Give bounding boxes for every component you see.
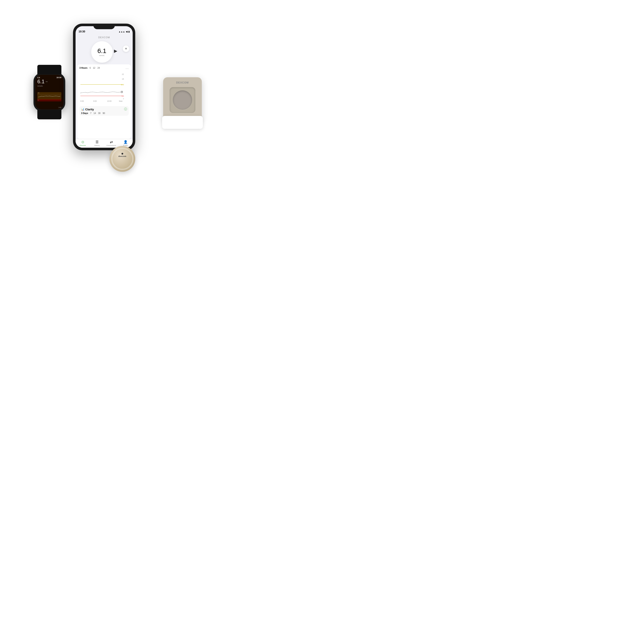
chart-tab-24[interactable]: 24 <box>97 67 100 69</box>
sensor-brand: dexcom <box>118 155 126 157</box>
glucose-reading-area: 6.1 mmol/L ▶ <box>76 39 133 64</box>
watch-time-label: 1HR <box>37 107 61 108</box>
connections-tab-icon: ⇄ <box>110 140 113 144</box>
svg-text:11: 11 <box>38 92 39 94</box>
watch-graph: 11 1 <box>37 87 61 106</box>
clarity-tab-14[interactable]: 14 <box>94 112 96 114</box>
watch-band-top <box>37 65 61 74</box>
tab-profile[interactable]: 👤 Profile <box>118 140 133 146</box>
tab-history[interactable]: ☰ History <box>90 140 104 146</box>
signal-icon: ▲▲▲ <box>118 30 125 33</box>
watch-glucose-value: 6.1 <box>37 79 44 84</box>
glucose-unit: mmol/L <box>99 55 105 56</box>
svg-text:2: 2 <box>123 98 124 100</box>
glucose-tab-icon: ⊙ <box>81 140 84 144</box>
svg-text:Now: Now <box>119 100 123 102</box>
svg-text:9:00: 9:00 <box>93 100 97 102</box>
svg-text:22: 22 <box>122 73 124 75</box>
chart-tabs: 3 Hours 6 12 24 ... <box>79 66 129 70</box>
watch-glucose-unit: mmol/L <box>37 85 61 87</box>
sensor-logo: dexcom <box>109 153 135 157</box>
glucose-value: 6.1 <box>97 48 106 54</box>
receiver-device: Dexcom <box>161 77 204 129</box>
history-tab-icon: ☰ <box>96 140 99 144</box>
glucose-circle: 6.1 mmol/L <box>91 41 113 63</box>
tab-glucose[interactable]: ⊙ Glucose <box>76 140 90 146</box>
phone-screen: DEXCOM + 6.1 mmol/L ▶ 3 Hours 6 12 <box>76 35 133 148</box>
receiver-brand: Dexcom <box>176 81 189 84</box>
chart-tab-6[interactable]: 6 <box>90 67 91 69</box>
svg-text:18: 18 <box>122 78 124 80</box>
status-icons: ▲▲▲ ◀ ▮ <box>118 30 130 33</box>
clarity-header: 📊 Clarity ⓘ <box>81 107 127 111</box>
svg-rect-0 <box>37 92 61 100</box>
sensor-ring <box>111 148 134 170</box>
phone-notch <box>93 24 115 29</box>
scene: Liz 10:30 6.1 → mmol/L <box>17 17 210 210</box>
watch-user-name: Liz <box>37 76 40 79</box>
svg-text:13.9: 13.9 <box>121 84 124 86</box>
receiver-main-body: Dexcom <box>163 77 202 120</box>
svg-text:10:00: 10:00 <box>107 100 112 102</box>
app-title: DEXCOM <box>76 35 133 39</box>
glucose-chart: 22 18 13.9 3.9 2 <box>79 71 129 105</box>
watch-time: 10:30 <box>56 76 61 79</box>
chart-tab-12[interactable]: 12 <box>93 67 95 69</box>
tab-connections[interactable]: ⇄ Connections <box>104 140 118 146</box>
svg-rect-1 <box>37 99 61 101</box>
trend-arrow: ▶ <box>114 48 117 53</box>
clarity-bars-icon: 📊 <box>81 108 84 111</box>
phone: 10:30 ▲▲▲ ◀ ▮ DEXCOM + 6.1 mmol/L ▶ <box>73 24 135 150</box>
apple-watch: Liz 10:30 6.1 → mmol/L <box>30 73 69 118</box>
chart-more-button[interactable]: ... <box>126 66 129 70</box>
watch-trend-arrow: → <box>45 80 48 83</box>
svg-text:1: 1 <box>38 99 39 101</box>
receiver-dock <box>162 116 203 129</box>
clarity-tabs: 3 Days 7 14 30 90 <box>81 112 127 114</box>
svg-text:3.9: 3.9 <box>122 95 124 97</box>
glucose-tab-label: Glucose <box>80 144 86 146</box>
sensor-body: dexcom <box>109 146 135 172</box>
clarity-tab-7[interactable]: 7 <box>90 112 91 114</box>
battery-icon: ▮ <box>128 30 130 33</box>
profile-tab-icon: 👤 <box>123 140 128 144</box>
wifi-icon: ◀ <box>126 30 128 33</box>
watch-band-bottom <box>37 110 61 119</box>
history-tab-label: History <box>94 144 100 146</box>
clarity-title-text: Clarity <box>85 108 94 111</box>
status-time: 10:30 <box>79 30 85 33</box>
clarity-tab-30[interactable]: 30 <box>98 112 100 114</box>
receiver-circle <box>173 90 192 110</box>
receiver-screen <box>170 87 195 113</box>
chart-tab-3hours[interactable]: 3 Hours <box>79 67 87 69</box>
svg-point-9 <box>121 91 123 93</box>
phone-inner: 10:30 ▲▲▲ ◀ ▮ DEXCOM + 6.1 mmol/L ▶ <box>76 26 133 148</box>
clarity-tab-3days[interactable]: 3 Days <box>81 112 88 114</box>
clarity-tab-90[interactable]: 90 <box>103 112 105 114</box>
svg-text:8:00: 8:00 <box>81 100 84 102</box>
clarity-info-button[interactable]: ⓘ <box>124 107 127 111</box>
cgm-sensor: dexcom <box>109 146 137 174</box>
add-button[interactable]: + <box>123 46 129 52</box>
sensor-dot <box>122 153 123 155</box>
watch-screen: Liz 10:30 6.1 → mmol/L <box>35 75 64 109</box>
watch-body: Liz 10:30 6.1 → mmol/L <box>33 73 65 111</box>
chart-section: 3 Hours 6 12 24 ... 22 18 13. <box>77 64 131 139</box>
